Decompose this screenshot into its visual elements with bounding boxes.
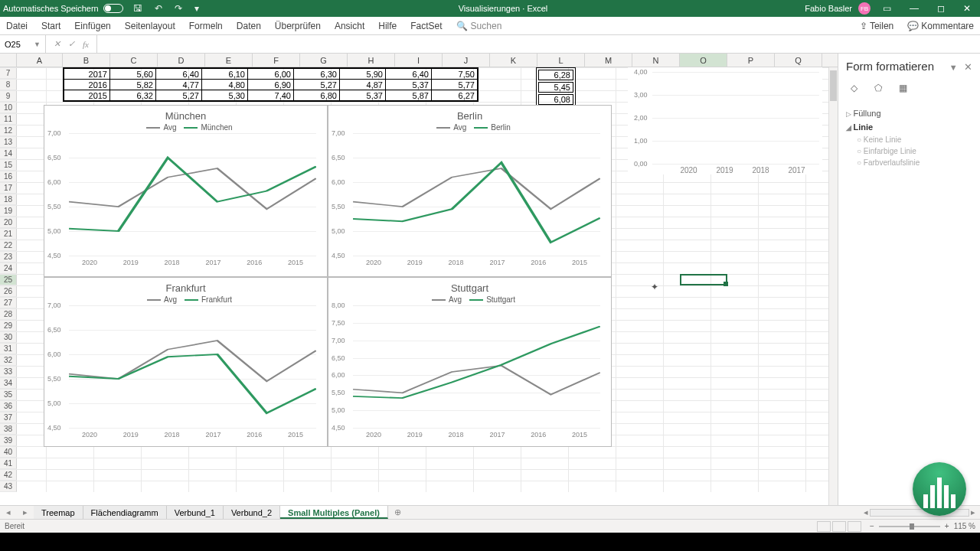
tab-ueberpruefen[interactable]: Überprüfen (275, 21, 321, 31)
tab-nav-next[interactable]: ▸ (17, 507, 34, 517)
table-cell[interactable]: 6,00 (248, 69, 294, 80)
row-32[interactable]: 32 (0, 354, 17, 366)
row-29[interactable]: 29 (0, 320, 17, 331)
sheet-tab-4[interactable]: Small Multiples (Panel) (280, 506, 388, 519)
effects-icon[interactable]: ⬠ (871, 80, 886, 96)
view-break-icon[interactable] (848, 521, 861, 532)
table-cell[interactable]: 5,30 (202, 90, 248, 101)
row-17[interactable]: 17 (0, 182, 17, 194)
row-16[interactable]: 16 (0, 171, 17, 182)
row-39[interactable]: 39 (0, 435, 17, 446)
horizontal-scrollbar[interactable]: ◂▸ (407, 507, 980, 517)
table-cell[interactable]: 4,80 (202, 80, 248, 90)
table-cell[interactable]: 6,32 (110, 90, 156, 101)
row-31[interactable]: 31 (0, 343, 17, 354)
row-33[interactable]: 33 (0, 366, 17, 377)
tab-datei[interactable]: Datei (6, 21, 28, 31)
col-G[interactable]: G (300, 54, 348, 67)
worksheet[interactable]: A B C D E F G H I J K L M N O P Q 789101… (0, 54, 838, 505)
row-27[interactable]: 27 (0, 297, 17, 308)
col-P[interactable]: P (727, 54, 775, 67)
save-icon[interactable]: 🖫 (131, 3, 145, 14)
col-L[interactable]: L (537, 54, 585, 67)
redo-icon[interactable]: ↷ (172, 3, 185, 14)
sheet-tab-3[interactable]: Verbund_2 (224, 506, 280, 519)
ribbon-mode-icon[interactable]: ▭ (877, 3, 897, 14)
chart-frankfurt[interactable]: FrankfurtAvgFrankfurt4,505,005,506,006,5… (44, 277, 328, 447)
col-H[interactable]: H (348, 54, 395, 67)
search-box[interactable]: 🔍Suchen (456, 21, 502, 31)
sheet-tab-2[interactable]: Verbund_1 (167, 506, 224, 519)
row-19[interactable]: 19 (0, 205, 17, 217)
row-21[interactable]: 21 (0, 228, 17, 240)
row-43[interactable]: 43 (0, 481, 17, 492)
row-9[interactable]: 9 (0, 90, 17, 102)
table-cell[interactable]: 2016 (64, 80, 110, 90)
table-cell[interactable]: 6,90 (248, 80, 294, 90)
pane-close-icon[interactable]: ✕ (964, 61, 972, 73)
table-cell[interactable]: 7,50 (432, 69, 478, 80)
col-C[interactable]: C (110, 54, 158, 67)
user-avatar[interactable]: FB (858, 2, 871, 15)
row-24[interactable]: 24 (0, 262, 17, 274)
table-cell[interactable]: 5,82 (110, 80, 156, 90)
row-28[interactable]: 28 (0, 308, 17, 320)
minimize-icon[interactable]: — (903, 3, 925, 14)
tab-nav-prev[interactable]: ◂ (0, 507, 17, 517)
table-cell[interactable]: 5,87 (386, 90, 432, 101)
maximize-icon[interactable]: ◻ (931, 3, 951, 14)
vertical-scrollbar[interactable] (828, 67, 838, 505)
chart-stuttgart[interactable]: StuttgartAvgStuttgart4,505,005,506,006,5… (328, 277, 612, 447)
row-22[interactable]: 22 (0, 240, 17, 251)
col-Q[interactable]: Q (775, 54, 822, 67)
tab-daten[interactable]: Daten (237, 21, 261, 31)
row-38[interactable]: 38 (0, 423, 17, 435)
size-icon[interactable]: ▦ (895, 80, 910, 96)
row-42[interactable]: 42 (0, 469, 17, 481)
col-O[interactable]: O (680, 54, 727, 67)
table-cell[interactable]: 6,08 (538, 94, 573, 105)
col-D[interactable]: D (158, 54, 205, 67)
view-layout-icon[interactable] (832, 521, 846, 532)
col-F[interactable]: F (253, 54, 300, 67)
row-10[interactable]: 10 (0, 102, 17, 113)
tab-factset[interactable]: FactSet (410, 21, 442, 31)
pane-dropdown-icon[interactable]: ▼ (949, 63, 958, 72)
table-cell[interactable]: 5,45 (538, 82, 573, 93)
qat-dropdown-icon[interactable]: ▾ (192, 3, 201, 14)
table-cell[interactable]: 5,37 (386, 80, 432, 90)
col-N[interactable]: N (632, 54, 680, 67)
row-41[interactable]: 41 (0, 458, 17, 469)
zoom-in-icon[interactable]: + (945, 522, 949, 530)
add-sheet-button[interactable]: ⊕ (388, 507, 407, 517)
row-15[interactable]: 15 (0, 159, 17, 171)
row-7[interactable]: 7 (0, 67, 17, 79)
table-cell[interactable]: 6,10 (202, 69, 248, 80)
confirm-icon[interactable]: ✓ (68, 39, 75, 49)
row-13[interactable]: 13 (0, 136, 17, 148)
col-I[interactable]: I (395, 54, 443, 67)
table-cell[interactable]: 5,27 (294, 80, 340, 90)
zoom-slider[interactable] (879, 526, 940, 527)
section-fill[interactable]: Füllung (846, 106, 972, 120)
table-cell[interactable]: 6,80 (294, 90, 340, 101)
fx-icon[interactable]: fx (83, 40, 89, 49)
row-26[interactable]: 26 (0, 285, 17, 297)
tab-formeln[interactable]: Formeln (189, 21, 223, 31)
comments-button[interactable]: 💬Kommentare (907, 21, 974, 31)
col-K[interactable]: K (490, 54, 537, 67)
row-23[interactable]: 23 (0, 251, 17, 262)
radio-no-line[interactable]: Keine Linie (846, 134, 972, 145)
row-34[interactable]: 34 (0, 377, 17, 389)
table-cell[interactable]: 6,28 (538, 70, 573, 80)
col-B[interactable]: B (63, 54, 110, 67)
table-cell[interactable]: 6,40 (386, 69, 432, 80)
undo-icon[interactable]: ↶ (152, 3, 165, 14)
row-11[interactable]: 11 (0, 113, 17, 125)
tab-einfuegen[interactable]: Einfügen (74, 21, 110, 31)
row-30[interactable]: 30 (0, 331, 17, 343)
fill-line-icon[interactable]: ◇ (846, 80, 861, 96)
row-12[interactable]: 12 (0, 125, 17, 136)
table-cell[interactable]: 4,87 (340, 80, 386, 90)
row-18[interactable]: 18 (0, 194, 17, 205)
